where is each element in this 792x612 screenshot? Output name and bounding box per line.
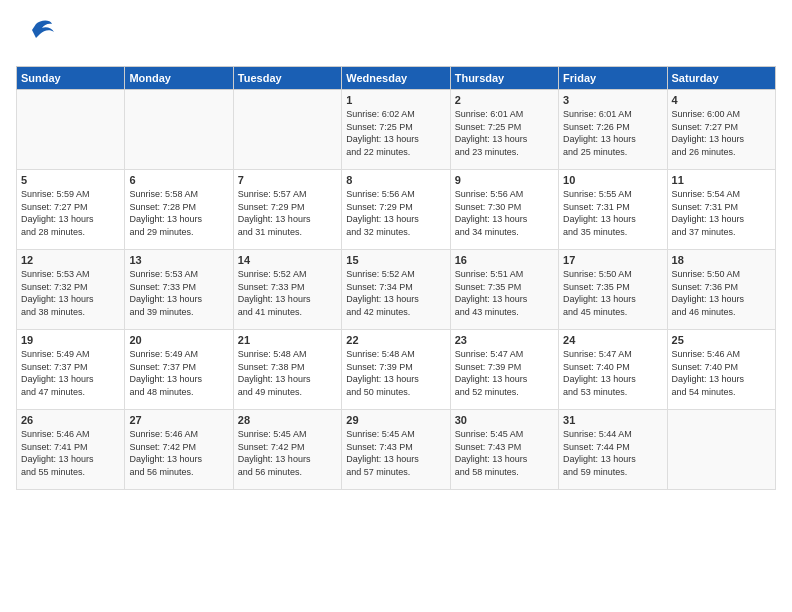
day-number: 11	[672, 174, 771, 186]
calendar-cell: 3Sunrise: 6:01 AM Sunset: 7:26 PM Daylig…	[559, 90, 667, 170]
day-number: 19	[21, 334, 120, 346]
day-number: 2	[455, 94, 554, 106]
calendar-cell: 30Sunrise: 5:45 AM Sunset: 7:43 PM Dayli…	[450, 410, 558, 490]
calendar-week-row: 1Sunrise: 6:02 AM Sunset: 7:25 PM Daylig…	[17, 90, 776, 170]
cell-content: Sunrise: 5:45 AM Sunset: 7:42 PM Dayligh…	[238, 428, 337, 478]
day-number: 4	[672, 94, 771, 106]
cell-content: Sunrise: 5:49 AM Sunset: 7:37 PM Dayligh…	[129, 348, 228, 398]
cell-content: Sunrise: 5:58 AM Sunset: 7:28 PM Dayligh…	[129, 188, 228, 238]
calendar-cell: 21Sunrise: 5:48 AM Sunset: 7:38 PM Dayli…	[233, 330, 341, 410]
cell-content: Sunrise: 5:52 AM Sunset: 7:33 PM Dayligh…	[238, 268, 337, 318]
weekday-header: Friday	[559, 67, 667, 90]
day-number: 24	[563, 334, 662, 346]
day-number: 12	[21, 254, 120, 266]
calendar-cell	[125, 90, 233, 170]
calendar-cell: 27Sunrise: 5:46 AM Sunset: 7:42 PM Dayli…	[125, 410, 233, 490]
cell-content: Sunrise: 5:48 AM Sunset: 7:38 PM Dayligh…	[238, 348, 337, 398]
cell-content: Sunrise: 5:46 AM Sunset: 7:41 PM Dayligh…	[21, 428, 120, 478]
cell-content: Sunrise: 5:46 AM Sunset: 7:40 PM Dayligh…	[672, 348, 771, 398]
day-number: 27	[129, 414, 228, 426]
page-header	[16, 16, 776, 56]
cell-content: Sunrise: 5:52 AM Sunset: 7:34 PM Dayligh…	[346, 268, 445, 318]
day-number: 5	[21, 174, 120, 186]
cell-content: Sunrise: 6:00 AM Sunset: 7:27 PM Dayligh…	[672, 108, 771, 158]
calendar-cell: 14Sunrise: 5:52 AM Sunset: 7:33 PM Dayli…	[233, 250, 341, 330]
day-number: 20	[129, 334, 228, 346]
day-number: 18	[672, 254, 771, 266]
weekday-header: Saturday	[667, 67, 775, 90]
calendar-cell	[233, 90, 341, 170]
calendar-cell: 25Sunrise: 5:46 AM Sunset: 7:40 PM Dayli…	[667, 330, 775, 410]
calendar-cell	[17, 90, 125, 170]
calendar-cell: 22Sunrise: 5:48 AM Sunset: 7:39 PM Dayli…	[342, 330, 450, 410]
calendar-cell: 10Sunrise: 5:55 AM Sunset: 7:31 PM Dayli…	[559, 170, 667, 250]
day-number: 9	[455, 174, 554, 186]
day-number: 31	[563, 414, 662, 426]
weekday-header: Monday	[125, 67, 233, 90]
day-number: 29	[346, 414, 445, 426]
calendar-header: SundayMondayTuesdayWednesdayThursdayFrid…	[17, 67, 776, 90]
calendar-cell: 9Sunrise: 5:56 AM Sunset: 7:30 PM Daylig…	[450, 170, 558, 250]
calendar-cell: 5Sunrise: 5:59 AM Sunset: 7:27 PM Daylig…	[17, 170, 125, 250]
calendar-cell: 28Sunrise: 5:45 AM Sunset: 7:42 PM Dayli…	[233, 410, 341, 490]
day-number: 8	[346, 174, 445, 186]
calendar-cell: 15Sunrise: 5:52 AM Sunset: 7:34 PM Dayli…	[342, 250, 450, 330]
cell-content: Sunrise: 5:47 AM Sunset: 7:40 PM Dayligh…	[563, 348, 662, 398]
day-number: 15	[346, 254, 445, 266]
day-number: 3	[563, 94, 662, 106]
calendar-cell: 13Sunrise: 5:53 AM Sunset: 7:33 PM Dayli…	[125, 250, 233, 330]
calendar-week-row: 19Sunrise: 5:49 AM Sunset: 7:37 PM Dayli…	[17, 330, 776, 410]
day-number: 22	[346, 334, 445, 346]
day-number: 10	[563, 174, 662, 186]
weekday-header: Tuesday	[233, 67, 341, 90]
cell-content: Sunrise: 5:54 AM Sunset: 7:31 PM Dayligh…	[672, 188, 771, 238]
cell-content: Sunrise: 5:46 AM Sunset: 7:42 PM Dayligh…	[129, 428, 228, 478]
calendar-cell: 17Sunrise: 5:50 AM Sunset: 7:35 PM Dayli…	[559, 250, 667, 330]
day-number: 17	[563, 254, 662, 266]
calendar-cell: 8Sunrise: 5:56 AM Sunset: 7:29 PM Daylig…	[342, 170, 450, 250]
day-number: 30	[455, 414, 554, 426]
cell-content: Sunrise: 5:56 AM Sunset: 7:29 PM Dayligh…	[346, 188, 445, 238]
day-number: 23	[455, 334, 554, 346]
logo-icon	[16, 16, 56, 56]
day-number: 14	[238, 254, 337, 266]
cell-content: Sunrise: 5:51 AM Sunset: 7:35 PM Dayligh…	[455, 268, 554, 318]
day-number: 16	[455, 254, 554, 266]
day-number: 25	[672, 334, 771, 346]
day-number: 26	[21, 414, 120, 426]
day-number: 28	[238, 414, 337, 426]
logo	[16, 16, 60, 56]
cell-content: Sunrise: 5:55 AM Sunset: 7:31 PM Dayligh…	[563, 188, 662, 238]
day-number: 13	[129, 254, 228, 266]
cell-content: Sunrise: 6:01 AM Sunset: 7:25 PM Dayligh…	[455, 108, 554, 158]
cell-content: Sunrise: 5:53 AM Sunset: 7:32 PM Dayligh…	[21, 268, 120, 318]
cell-content: Sunrise: 5:53 AM Sunset: 7:33 PM Dayligh…	[129, 268, 228, 318]
calendar-cell: 1Sunrise: 6:02 AM Sunset: 7:25 PM Daylig…	[342, 90, 450, 170]
calendar-cell: 29Sunrise: 5:45 AM Sunset: 7:43 PM Dayli…	[342, 410, 450, 490]
cell-content: Sunrise: 5:59 AM Sunset: 7:27 PM Dayligh…	[21, 188, 120, 238]
cell-content: Sunrise: 5:49 AM Sunset: 7:37 PM Dayligh…	[21, 348, 120, 398]
calendar-cell: 12Sunrise: 5:53 AM Sunset: 7:32 PM Dayli…	[17, 250, 125, 330]
calendar-cell: 16Sunrise: 5:51 AM Sunset: 7:35 PM Dayli…	[450, 250, 558, 330]
calendar-cell: 11Sunrise: 5:54 AM Sunset: 7:31 PM Dayli…	[667, 170, 775, 250]
day-number: 6	[129, 174, 228, 186]
cell-content: Sunrise: 5:47 AM Sunset: 7:39 PM Dayligh…	[455, 348, 554, 398]
calendar-cell: 20Sunrise: 5:49 AM Sunset: 7:37 PM Dayli…	[125, 330, 233, 410]
weekday-header: Sunday	[17, 67, 125, 90]
cell-content: Sunrise: 6:02 AM Sunset: 7:25 PM Dayligh…	[346, 108, 445, 158]
calendar-table: SundayMondayTuesdayWednesdayThursdayFrid…	[16, 66, 776, 490]
cell-content: Sunrise: 5:45 AM Sunset: 7:43 PM Dayligh…	[346, 428, 445, 478]
cell-content: Sunrise: 5:50 AM Sunset: 7:35 PM Dayligh…	[563, 268, 662, 318]
calendar-cell: 26Sunrise: 5:46 AM Sunset: 7:41 PM Dayli…	[17, 410, 125, 490]
cell-content: Sunrise: 5:45 AM Sunset: 7:43 PM Dayligh…	[455, 428, 554, 478]
calendar-cell: 19Sunrise: 5:49 AM Sunset: 7:37 PM Dayli…	[17, 330, 125, 410]
cell-content: Sunrise: 5:48 AM Sunset: 7:39 PM Dayligh…	[346, 348, 445, 398]
calendar-week-row: 5Sunrise: 5:59 AM Sunset: 7:27 PM Daylig…	[17, 170, 776, 250]
day-number: 21	[238, 334, 337, 346]
calendar-cell: 6Sunrise: 5:58 AM Sunset: 7:28 PM Daylig…	[125, 170, 233, 250]
calendar-cell: 18Sunrise: 5:50 AM Sunset: 7:36 PM Dayli…	[667, 250, 775, 330]
weekday-header: Thursday	[450, 67, 558, 90]
calendar-week-row: 12Sunrise: 5:53 AM Sunset: 7:32 PM Dayli…	[17, 250, 776, 330]
cell-content: Sunrise: 5:57 AM Sunset: 7:29 PM Dayligh…	[238, 188, 337, 238]
calendar-cell: 7Sunrise: 5:57 AM Sunset: 7:29 PM Daylig…	[233, 170, 341, 250]
